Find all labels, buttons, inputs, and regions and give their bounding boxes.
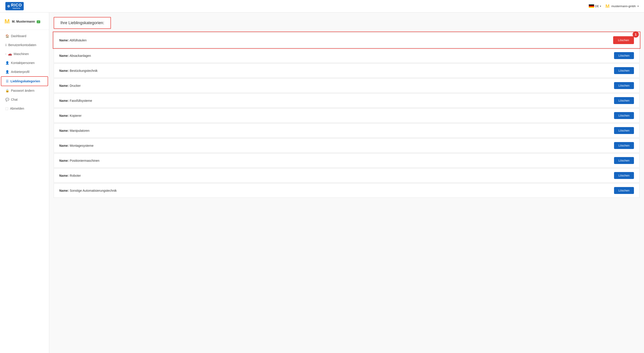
sidebar-item-lieblingskategorien[interactable]: ☰ Lieblingskategorien bbox=[1, 76, 48, 86]
lang-selector[interactable]: DE ▾ bbox=[589, 5, 601, 8]
category-name-abfull: Name: Abfüllsäulen bbox=[59, 39, 86, 42]
page-header-outer: Ihre Lieblingskategorien: bbox=[49, 13, 644, 29]
content-area: Ihre Lieblingskategorien: Name: Abfüllsä… bbox=[49, 13, 644, 353]
sidebar-item-passwort[interactable]: 🔒 Passwort ändern bbox=[1, 86, 48, 95]
sidebar-item-anbieterprofil[interactable]: 👤 Anbieterprofil bbox=[1, 67, 48, 76]
profile-icon: 👤 bbox=[5, 70, 9, 74]
list-icon: ☰ bbox=[6, 79, 9, 83]
page-header-box: Ihre Lieblingskategorien: bbox=[54, 17, 111, 29]
category-row-position: Name: Positioniermaschinen Löschen bbox=[54, 153, 640, 168]
logout-icon: ⬚ bbox=[5, 107, 8, 110]
sidebar-user-name: M. Mustermann bbox=[12, 20, 35, 23]
verified-badge: ✓ bbox=[37, 20, 40, 23]
gear-icon: ⚙ bbox=[7, 5, 10, 8]
sidebar-item-label-chat: Chat bbox=[11, 98, 18, 101]
category-name-fassfull: Name: Fassfüllsysteme bbox=[59, 99, 92, 103]
chat-icon: 💬 bbox=[5, 98, 9, 101]
delete-button-manipulatoren[interactable]: Löschen bbox=[614, 127, 634, 134]
badge-number: 1 bbox=[632, 31, 639, 38]
delete-button-roboter[interactable]: Löschen bbox=[614, 172, 634, 179]
user-chevron-icon: ▾ bbox=[638, 5, 639, 8]
sidebar-item-label-anbieterprofil: Anbieterprofil bbox=[11, 70, 30, 74]
sidebar-item-maschinen[interactable]: ‹ 🚗 Maschinen bbox=[1, 50, 48, 58]
sidebar-item-label-passwort: Passwort ändern bbox=[11, 89, 34, 92]
category-name-manipulatoren: Name: Manipulatoren bbox=[59, 129, 90, 132]
sidebar-item-benutzerkontodaten[interactable]: ℹ Benutzerkontodaten bbox=[1, 41, 48, 50]
sidebar-item-label-kontaktpersonen: Kontaktpersonen bbox=[11, 61, 35, 65]
logo-machine-text: Machine bbox=[11, 7, 22, 10]
logo-box: ⚙ RICO Machine bbox=[5, 2, 24, 10]
info-icon: ℹ bbox=[5, 43, 6, 47]
lang-chevron-icon: ▾ bbox=[600, 5, 601, 8]
sidebar-item-label-abmelden: Abmelden bbox=[10, 107, 24, 110]
page-title: Ihre Lieblingskategorien: bbox=[60, 21, 104, 25]
top-navbar: ⚙ RICO Machine DE ▾ M mustermann-gmbh ▾ bbox=[0, 0, 644, 13]
mcdonalds-logo-icon: M bbox=[606, 3, 610, 9]
delete-button-sonstige[interactable]: Löschen bbox=[614, 187, 634, 194]
category-rows: Name: Absackanlagen Löschen Name: Bestüc… bbox=[54, 48, 640, 198]
category-name-absack: Name: Absackanlagen bbox=[59, 54, 91, 58]
category-name-kopierer: Name: Kopierer bbox=[59, 114, 82, 117]
category-name-roboter: Name: Roboter bbox=[59, 174, 81, 177]
category-name-sonstige: Name: Sonstige Automatisierungstechnik bbox=[59, 189, 117, 192]
sidebar-item-abmelden[interactable]: ⬚ Abmelden bbox=[1, 104, 48, 113]
sidebar-item-label-benutzerkontodaten: Benutzerkontodaten bbox=[8, 43, 36, 47]
sidebar-item-kontaktpersonen[interactable]: 👤 Kontaktpersonen bbox=[1, 58, 48, 67]
arrow-left-icon: ‹ bbox=[5, 52, 6, 56]
delete-button-fassfull[interactable]: Löschen bbox=[614, 97, 634, 104]
main-layout: M M. Mustermann ✓ 🏠 Dashboard ℹ Benutzer… bbox=[0, 13, 644, 353]
contact-icon: 👤 bbox=[5, 61, 9, 65]
category-name-drucker: Name: Drucker bbox=[59, 84, 81, 88]
category-row-manipulatoren: Name: Manipulatoren Löschen bbox=[54, 123, 640, 138]
car-icon: 🚗 bbox=[8, 52, 12, 56]
delete-button-bestuck[interactable]: Löschen bbox=[614, 67, 634, 74]
delete-button-kopierer[interactable]: Löschen bbox=[614, 112, 634, 119]
category-row-absack: Name: Absackanlagen Löschen bbox=[54, 48, 640, 63]
category-row-bestuck: Name: Bestückungstechnik Löschen bbox=[54, 63, 640, 78]
category-row-sonstige: Name: Sonstige Automatisierungstechnik L… bbox=[54, 183, 640, 198]
logo-area: ⚙ RICO Machine bbox=[5, 2, 24, 10]
delete-button-montage[interactable]: Löschen bbox=[614, 142, 634, 149]
category-row-first: Name: Abfüllsäulen 1 Löschen bbox=[54, 33, 640, 48]
user-label: mustermann-gmbh bbox=[611, 5, 636, 8]
sidebar-item-label-maschinen: Maschinen bbox=[14, 52, 29, 56]
logo-rico-text: RICO bbox=[11, 3, 22, 8]
lang-label: DE bbox=[595, 5, 599, 8]
first-delete-container: 1 Löschen bbox=[613, 36, 634, 44]
nav-right: DE ▾ M mustermann-gmbh ▾ bbox=[589, 3, 639, 9]
lock-icon: 🔒 bbox=[5, 89, 9, 92]
home-icon: 🏠 bbox=[5, 34, 9, 38]
category-row-drucker: Name: Drucker Löschen bbox=[54, 78, 640, 93]
sidebar-item-label-lieblingskategorien: Lieblingskategorien bbox=[10, 79, 40, 83]
category-row-kopierer: Name: Kopierer Löschen bbox=[54, 108, 640, 123]
category-row-roboter: Name: Roboter Löschen bbox=[54, 168, 640, 183]
delete-button-drucker[interactable]: Löschen bbox=[614, 82, 634, 89]
category-name-bestuck: Name: Bestückungstechnik bbox=[59, 69, 98, 73]
sidebar-item-chat[interactable]: 💬 Chat bbox=[1, 95, 48, 104]
category-name-position: Name: Positioniermaschinen bbox=[59, 159, 100, 162]
sidebar-user: M M. Mustermann ✓ bbox=[0, 16, 49, 30]
flag-de-icon bbox=[589, 5, 594, 8]
sidebar-mcdonalds-icon: M bbox=[4, 18, 10, 25]
delete-button-abfull[interactable]: Löschen bbox=[613, 36, 634, 44]
category-row-fassfull: Name: Fassfüllsysteme Löschen bbox=[54, 93, 640, 108]
category-name-montage: Name: Montagesysteme bbox=[59, 144, 94, 147]
categories-container: Name: Abfüllsäulen 1 Löschen Name: Absac… bbox=[49, 29, 644, 202]
category-row-montage: Name: Montagesysteme Löschen bbox=[54, 138, 640, 153]
delete-button-absack[interactable]: Löschen bbox=[614, 52, 634, 59]
sidebar: M M. Mustermann ✓ 🏠 Dashboard ℹ Benutzer… bbox=[0, 13, 49, 353]
delete-button-position[interactable]: Löschen bbox=[614, 157, 634, 164]
sidebar-item-dashboard[interactable]: 🏠 Dashboard bbox=[1, 32, 48, 41]
user-area[interactable]: M mustermann-gmbh ▾ bbox=[606, 3, 639, 9]
sidebar-item-label-dashboard: Dashboard bbox=[11, 34, 26, 38]
